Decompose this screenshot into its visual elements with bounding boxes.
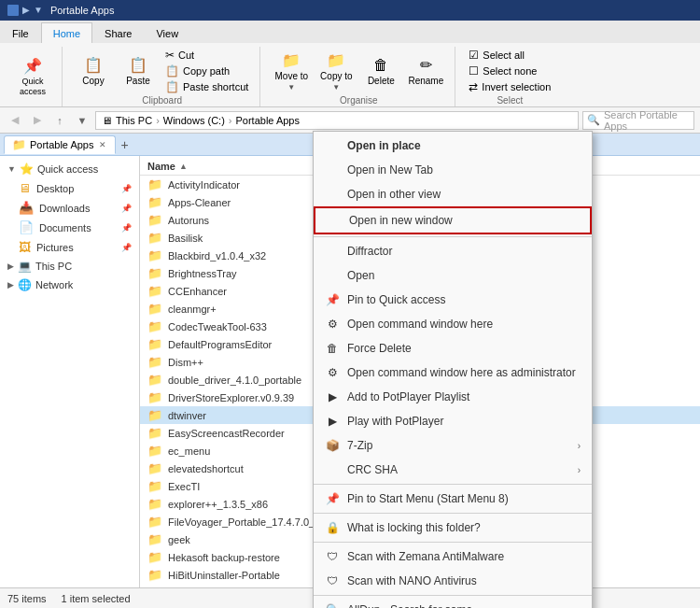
tab-home[interactable]: Home	[41, 22, 92, 43]
ctx-diffractor[interactable]: Diffractor	[314, 239, 592, 263]
ctx-cmd-here[interactable]: ⚙ Open command window here	[314, 312, 592, 336]
cut-icon: ✂	[165, 49, 175, 62]
ctx-play-potplayer[interactable]: ▶ Play with PotPlayer	[314, 409, 592, 433]
clipboard-small-group: ✂ Cut 📋 Copy path 📋 Paste shortcut	[161, 47, 252, 95]
folder-icon: 📁	[147, 444, 162, 458]
ctx-open-new-window[interactable]: Open in new window	[314, 206, 592, 234]
select-all-button[interactable]: ☑ Select all	[465, 48, 554, 63]
copy-to-icon: 📁	[327, 51, 345, 69]
ctx-open-icon	[325, 268, 340, 283]
quick-access-label: Quick access	[37, 163, 98, 175]
ctx-scan-zemana[interactable]: 🛡 Scan with Zemana AntiMalware	[314, 544, 592, 569]
ctx-force-delete-label: Force Delete	[347, 342, 581, 355]
ctx-force-delete[interactable]: 🗑 Force Delete	[314, 336, 592, 361]
ctx-sep5	[314, 595, 592, 596]
quick-access-icon: ⭐	[20, 163, 34, 176]
cut-button[interactable]: ✂ Cut	[161, 48, 252, 63]
pin-buttons: 📌 Quick access	[11, 47, 54, 106]
sidebar-quick-access[interactable]: ▼ ⭐ Quick access	[0, 160, 139, 178]
ctx-nano-label: Scan with NANO Antivirus	[347, 574, 581, 587]
file-name: EasyScreencastRecorder	[168, 428, 285, 439]
file-name: DriverStoreExplorer.v0.9.39	[168, 392, 294, 403]
invert-selection-button[interactable]: ⇄ Invert selection	[465, 79, 554, 94]
copy-to-arrow: ▼	[332, 83, 340, 92]
ctx-alldup[interactable]: 🔍 AllDup - Search for same ›	[314, 598, 592, 608]
move-to-button[interactable]: 📁 Move to ▼	[270, 47, 313, 95]
folder-icon: 📁	[147, 266, 162, 280]
sidebar-network[interactable]: ▶ 🌐 Network	[0, 276, 139, 294]
pin-to-quick-access-button[interactable]: 📌 Quick access	[11, 52, 54, 101]
ctx-cmd-admin[interactable]: ⚙ Open command window here as administra…	[314, 361, 592, 385]
select-buttons: ☑ Select all ☐ Select none ⇄ Invert sele…	[465, 47, 554, 95]
ctx-pin-start-label: Pin to Start Menu (Start Menu 8)	[347, 492, 581, 505]
ctx-playlist-label: Add to PotPlayer Playlist	[347, 390, 581, 403]
ctx-crc-sha[interactable]: CRC SHA ›	[314, 458, 592, 482]
sidebar-item-pictures[interactable]: 🖼 Pictures 📌	[0, 237, 139, 257]
file-name: CCEnhancer	[168, 286, 227, 297]
pin-label: Quick access	[13, 77, 52, 97]
ctx-open-in-place[interactable]: Open in place	[314, 134, 592, 158]
folder-icon: 📁	[147, 532, 162, 546]
ctx-open-new-tab[interactable]: Open in New Tab	[314, 158, 592, 182]
tab-close-button[interactable]: ✕	[98, 140, 107, 149]
sidebar-item-desktop[interactable]: 🖥 Desktop 📌	[0, 178, 139, 198]
tab-view[interactable]: View	[144, 22, 190, 43]
ctx-7zip-arrow: ›	[578, 441, 581, 451]
tab-folder-icon: 📁	[12, 138, 26, 151]
ctx-pin-label: Pin to Quick access	[347, 293, 581, 306]
downloads-icon: 📥	[19, 201, 34, 215]
search-placeholder: Search Portable Apps	[604, 109, 690, 132]
address-path[interactable]: 🖥 This PC › Windows (C:) › Portable Apps	[95, 111, 579, 130]
window-title: Portable Apps	[50, 5, 115, 16]
file-name: Hekasoft backup-restore	[168, 552, 280, 563]
ctx-diffractor-label: Diffractor	[347, 245, 581, 258]
ctx-nano-icon: 🛡	[325, 573, 340, 588]
ctx-playlist-icon: ▶	[325, 389, 340, 404]
forward-button[interactable]: ▶	[28, 111, 47, 130]
organise-label: Organise	[340, 95, 378, 107]
ctx-open[interactable]: Open	[314, 263, 592, 288]
back-button[interactable]: ◀	[6, 111, 24, 130]
copy-to-button[interactable]: 📁 Copy to ▼	[315, 47, 357, 95]
organise-buttons: 📁 Move to ▼ 📁 Copy to ▼ 🗑 Delete ✏ Renam…	[270, 47, 447, 95]
rename-icon: ✏	[420, 56, 432, 74]
sidebar-item-downloads[interactable]: 📥 Downloads 📌	[0, 198, 139, 218]
address-folder: Portable Apps	[235, 115, 300, 126]
rename-button[interactable]: ✏ Rename	[404, 47, 447, 95]
tab-share[interactable]: Share	[92, 22, 144, 43]
tab-file[interactable]: File	[0, 22, 41, 43]
search-box[interactable]: 🔍 Search Portable Apps	[582, 111, 694, 130]
ribbon-group-select: ☑ Select all ☐ Select none ⇄ Invert sele…	[457, 47, 562, 106]
ctx-pin-start-menu[interactable]: 📌 Pin to Start Menu (Start Menu 8)	[314, 487, 592, 511]
folder-icon: 📁	[147, 319, 162, 333]
ctx-locking[interactable]: 🔒 What is locking this folder?	[314, 516, 592, 540]
tab-portable-apps[interactable]: 📁 Portable Apps ✕	[4, 135, 116, 154]
select-none-button[interactable]: ☐ Select none	[465, 64, 554, 78]
pin-icon: 📌	[23, 57, 42, 75]
sidebar-this-pc[interactable]: ▶ 💻 This PC	[0, 257, 139, 276]
file-name: ExecTI	[168, 481, 200, 492]
ctx-alldup-label: AllDup - Search for same	[347, 603, 570, 608]
selected-count: 1 item selected	[62, 593, 131, 604]
paste-shortcut-button[interactable]: 📋 Paste shortcut	[161, 79, 252, 94]
ctx-pin-quick-access[interactable]: 📌 Pin to Quick access	[314, 288, 592, 312]
copy-path-button[interactable]: 📋 Copy path	[161, 64, 252, 78]
up-button[interactable]: ↑	[50, 111, 69, 130]
ctx-cmd-label: Open command window here	[347, 318, 581, 331]
recent-button[interactable]: ▼	[73, 111, 91, 130]
paste-button[interactable]: 📋 Paste	[117, 47, 160, 95]
ribbon-group-pin: 📌 Quick access	[4, 47, 63, 106]
folder-icon: 📁	[147, 515, 162, 529]
ctx-scan-nano[interactable]: 🛡 Scan with NANO Antivirus	[314, 569, 592, 593]
ctx-add-playlist[interactable]: ▶ Add to PotPlayer Playlist	[314, 385, 592, 409]
delete-button[interactable]: 🗑 Delete	[359, 47, 402, 95]
file-name: geek	[168, 534, 190, 545]
tab-add-button[interactable]: +	[118, 137, 133, 152]
ctx-7zip[interactable]: 📦 7-Zip ›	[314, 433, 592, 458]
ctx-open-other-view[interactable]: Open in other view	[314, 182, 592, 206]
folder-icon: 📁	[147, 337, 162, 351]
sidebar-item-documents[interactable]: 📄 Documents 📌	[0, 218, 139, 237]
this-pc-label: This PC	[35, 261, 72, 272]
ctx-open-other-view-label: Open in other view	[347, 188, 581, 201]
copy-button[interactable]: 📋 Copy	[72, 47, 115, 95]
